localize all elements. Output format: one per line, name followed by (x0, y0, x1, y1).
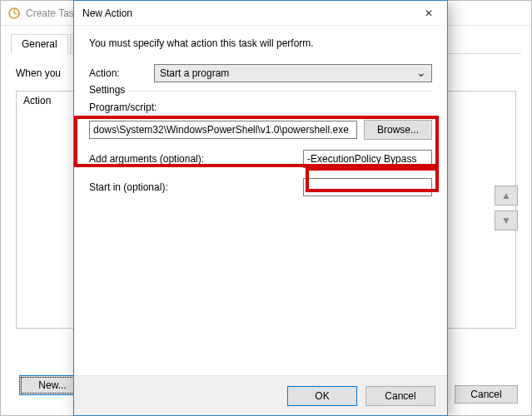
move-up-button[interactable]: ▲ (495, 186, 518, 206)
instruction-text: You must specify what action this task w… (89, 37, 432, 49)
program-label: Program/script: (89, 102, 432, 113)
ok-button[interactable]: OK (287, 386, 357, 406)
close-button[interactable]: ✕ (410, 1, 447, 25)
program-script-value: dows\System32\WindowsPowerShell\v1.0\pow… (93, 124, 349, 136)
chevron-up-icon: ▲ (501, 190, 511, 201)
tab-general[interactable]: General (11, 34, 68, 54)
when-you-label: When you (16, 67, 61, 79)
chevron-down-icon: ▼ (501, 215, 511, 226)
arguments-value: -ExecutionPolicy Bypass (307, 153, 416, 165)
action-select-value: Start a program (160, 67, 229, 79)
new-action-footer: OK Cancel (74, 375, 447, 415)
new-action-titlebar[interactable]: New Action ✕ (74, 1, 447, 26)
startin-label: Start in (optional): (89, 181, 222, 193)
arguments-input[interactable]: -ExecutionPolicy Bypass (303, 150, 432, 168)
cancel-button[interactable]: Cancel (365, 386, 435, 406)
new-action-dialog: New Action ✕ You must specify what actio… (73, 0, 448, 416)
create-task-title: Create Task (26, 7, 79, 19)
clock-icon (7, 7, 21, 20)
program-script-input[interactable]: dows\System32\WindowsPowerShell\v1.0\pow… (89, 121, 357, 139)
settings-group: Settings Program/script: dows\System32\W… (89, 91, 432, 196)
new-action-title: New Action (82, 7, 410, 19)
new-action-body: You must specify what action this task w… (74, 26, 447, 375)
settings-label: Settings (89, 84, 128, 96)
create-task-cancel-button[interactable]: Cancel (455, 385, 518, 404)
action-label: Action: (89, 67, 147, 79)
browse-button[interactable]: Browse... (364, 120, 432, 140)
move-down-button[interactable]: ▼ (495, 210, 518, 230)
action-select[interactable]: Start a program (154, 64, 432, 82)
col-action: Action (23, 95, 51, 106)
arguments-label: Add arguments (optional): (89, 153, 222, 165)
close-icon: ✕ (425, 7, 433, 19)
startin-input[interactable] (303, 178, 432, 196)
